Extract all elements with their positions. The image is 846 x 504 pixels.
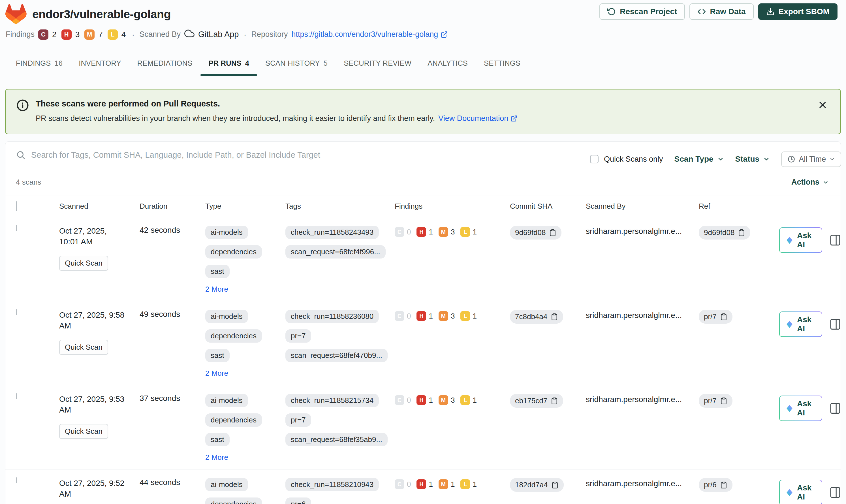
ref-value: pr/7 bbox=[704, 312, 717, 321]
more-types-link[interactable]: 2 More bbox=[205, 369, 228, 378]
type-pills: ai-modelsdependenciessast2 More bbox=[205, 478, 285, 504]
page-title: endor3/vulnerable-golang bbox=[32, 8, 171, 21]
row-checkbox[interactable] bbox=[16, 393, 17, 399]
type-pill: ai-models bbox=[205, 478, 248, 491]
row-checkbox[interactable] bbox=[16, 478, 17, 483]
severity-count: 0 bbox=[407, 228, 411, 236]
tab-inventory[interactable]: INVENTORY bbox=[79, 59, 121, 76]
tab-scan-history[interactable]: SCAN HISTORY5 bbox=[265, 59, 328, 76]
list-bar: 4 scans Actions bbox=[5, 168, 841, 195]
clipboard-icon[interactable] bbox=[551, 313, 558, 321]
download-icon bbox=[766, 7, 775, 16]
rescan-project-button[interactable]: Rescan Project bbox=[599, 3, 685, 20]
status-dropdown[interactable]: Status bbox=[735, 155, 770, 164]
side-panel-icon[interactable] bbox=[830, 234, 841, 246]
severity-badge-l: L bbox=[461, 311, 470, 321]
export-sbom-button[interactable]: Export SBOM bbox=[758, 3, 838, 20]
row-checkbox[interactable] bbox=[16, 225, 17, 231]
pr-scans-info-banner: These scans were performed on Pull Reque… bbox=[5, 89, 841, 134]
view-documentation-link[interactable]: View Documentation bbox=[438, 114, 518, 123]
tab-remediations[interactable]: REMEDIATIONS bbox=[137, 59, 193, 76]
tab-security-review[interactable]: SECURITY REVIEW bbox=[344, 59, 411, 76]
severity-badge-m: M bbox=[438, 311, 448, 321]
severity-badge-h: H bbox=[416, 227, 426, 237]
actions-dropdown[interactable]: Actions bbox=[791, 178, 829, 186]
side-panel-icon[interactable] bbox=[830, 402, 841, 414]
tab-label: PR RUNS bbox=[209, 59, 241, 67]
findings-severity-summary: C2H3M7L4 bbox=[38, 30, 127, 40]
scan-table-body: Oct 27, 2025, 10:01 AM Quick Scan 42 sec… bbox=[5, 217, 841, 504]
clipboard-icon[interactable] bbox=[551, 397, 558, 404]
ask-ai-button[interactable]: Ask AI bbox=[779, 480, 822, 504]
tab-findings[interactable]: FINDINGS16 bbox=[16, 59, 62, 76]
clipboard-icon[interactable] bbox=[549, 229, 556, 236]
scan-row: Oct 27, 2025, 10:01 AM Quick Scan 42 sec… bbox=[5, 217, 841, 301]
clipboard-icon[interactable] bbox=[738, 229, 745, 236]
tab-settings[interactable]: SETTINGS bbox=[484, 59, 520, 76]
severity-badge-m: M bbox=[438, 479, 448, 489]
clipboard-icon[interactable] bbox=[720, 481, 727, 489]
scanned-by-cell: sridharam.personalglmr.e... bbox=[586, 479, 699, 488]
column-scanned-by: Scanned By bbox=[586, 202, 699, 211]
row-checkbox[interactable] bbox=[16, 309, 17, 315]
clipboard-icon[interactable] bbox=[720, 313, 727, 321]
severity-badge-l: L bbox=[461, 227, 470, 237]
status-label: Status bbox=[735, 155, 760, 164]
search-input[interactable] bbox=[31, 150, 582, 160]
raw-data-label: Raw Data bbox=[710, 7, 745, 16]
scan-type-dropdown[interactable]: Scan Type bbox=[674, 155, 724, 164]
tab-analytics[interactable]: ANALYTICS bbox=[428, 59, 468, 76]
quick-scans-checkbox[interactable] bbox=[590, 155, 598, 163]
more-types-link[interactable]: 2 More bbox=[205, 453, 228, 462]
raw-data-button[interactable]: Raw Data bbox=[689, 3, 753, 20]
tag-pill: scan_request=68fef35ab9... bbox=[285, 433, 388, 446]
type-pill: sast bbox=[205, 265, 230, 278]
select-all-checkbox[interactable] bbox=[16, 201, 17, 211]
tab-label: FINDINGS bbox=[16, 59, 51, 67]
tag-pills: check_run=11858243493scan_request=68fef4… bbox=[285, 226, 395, 258]
ask-ai-label: Ask AI bbox=[797, 231, 816, 249]
time-filter-dropdown[interactable]: All Time bbox=[781, 151, 841, 167]
severity-count: 7 bbox=[98, 30, 103, 39]
scan-row: Oct 27, 2025, 9:53 AM Quick Scan 37 seco… bbox=[5, 385, 841, 469]
separator-dot: · bbox=[244, 30, 246, 39]
cloud-icon bbox=[184, 28, 195, 40]
tab-pr-runs[interactable]: PR RUNS4 bbox=[209, 59, 249, 76]
side-panel-icon[interactable] bbox=[830, 486, 841, 498]
severity-badge-l: L bbox=[461, 479, 470, 489]
type-pill: dependencies bbox=[205, 329, 262, 343]
chevron-down-icon bbox=[829, 156, 835, 162]
severity-count: 0 bbox=[407, 312, 411, 321]
row-findings: C0H1M3L1 bbox=[395, 227, 510, 237]
banner-title: These scans were performed on Pull Reque… bbox=[36, 99, 518, 108]
ask-ai-button[interactable]: Ask AI bbox=[779, 227, 822, 253]
clock-icon bbox=[787, 155, 795, 163]
severity-badge-c: C bbox=[38, 30, 49, 40]
more-types-link[interactable]: 2 More bbox=[205, 285, 228, 294]
side-panel-icon[interactable] bbox=[830, 318, 841, 330]
ref-value: pr/7 bbox=[704, 396, 717, 405]
clipboard-icon[interactable] bbox=[720, 397, 727, 404]
clipboard-icon[interactable] bbox=[551, 481, 559, 489]
ask-ai-button[interactable]: Ask AI bbox=[779, 396, 822, 421]
type-pills: ai-modelsdependenciessast2 More bbox=[205, 310, 285, 378]
ask-ai-label: Ask AI bbox=[797, 315, 816, 333]
repository-link[interactable]: https://gitlab.com/endor3/vulnerable-gol… bbox=[292, 30, 448, 39]
commit-sha-pill: 9d69fd08 bbox=[510, 226, 561, 239]
severity-badge-l: L bbox=[461, 395, 470, 405]
column-scanned: Scanned bbox=[59, 202, 140, 211]
tag-pills: check_run=11858210943pr=6scan_request=68… bbox=[285, 478, 395, 504]
close-icon[interactable] bbox=[818, 100, 827, 111]
chevron-down-icon bbox=[823, 179, 829, 185]
ask-ai-button[interactable]: Ask AI bbox=[779, 311, 822, 337]
separator-dot: · bbox=[132, 30, 134, 39]
repository-url: https://gitlab.com/endor3/vulnerable-gol… bbox=[292, 30, 438, 39]
tab-label: SETTINGS bbox=[484, 59, 520, 67]
commit-sha-value: 7c8db4a4 bbox=[515, 312, 547, 321]
row-actions: Ask AI bbox=[779, 480, 841, 504]
commit-sha-pill: 182dd7a4 bbox=[510, 478, 564, 492]
scan-type-label: Scan Type bbox=[674, 155, 714, 164]
commit-sha-pill: 7c8db4a4 bbox=[510, 310, 563, 324]
severity-badge-c: C bbox=[395, 311, 404, 321]
export-sbom-label: Export SBOM bbox=[779, 7, 830, 16]
